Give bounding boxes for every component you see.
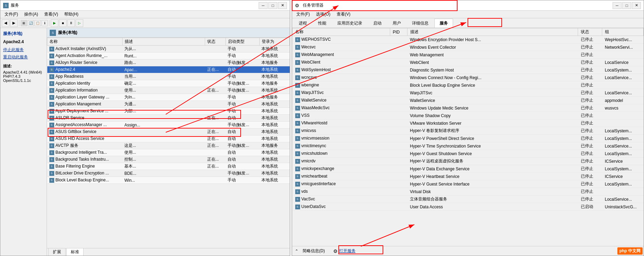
tm-tab-details[interactable]: 详细信息 [407,19,434,28]
table-row[interactable]: SWebManagement Web Management 已停止 [292,51,644,59]
toolbar-stop[interactable]: ■ [59,19,67,27]
table-row[interactable]: SApache2.4 Apac... 正在... 自动 本地系统 [47,66,290,73]
menu-action[interactable]: 操作(A) [21,11,41,18]
toolbar-start[interactable]: ▶ [51,19,58,27]
toolbar-btn-2[interactable]: 🔄 [28,20,34,26]
table-row[interactable]: Svmickvpexchange Hyper-V Data Exchange S… [292,165,644,173]
table-row[interactable]: SASUS HID Access Service 正在... 自动 本地系统 [47,135,290,142]
col-header-starttype[interactable]: 启动类型 [225,38,259,46]
desc-title: 描述: [3,64,44,69]
tm-col-header-pid[interactable]: PID [390,28,407,36]
service-starttype-cell: 手动(触发... [225,122,259,129]
tm-menu-options[interactable]: 选项(O) [313,11,333,18]
table-row[interactable]: Svmicshutdown Hyper-V Guest Shutdown Ser… [292,150,644,158]
tm-col-header-desc[interactable]: 描述 [407,28,578,36]
minimize-button[interactable]: ─ [259,2,268,9]
table-row[interactable]: SAgent Activation Runtime_... Runt... 手动… [47,53,290,59]
table-row[interactable]: SApp Readiness 当用... 手动 本地系统 [47,73,290,80]
table-row[interactable]: SAssignedAccessManager ... Assign... 手动(… [47,122,290,129]
tm-close-button[interactable]: ✕ [632,2,641,9]
tm-service-group-cell [602,51,644,59]
tm-maximize-button[interactable]: □ [622,2,631,9]
table-row[interactable]: Svmicvmsession Hyper-V PowerShell Direct… [292,135,644,142]
table-row[interactable]: SAVCTP 服务 这是... 正在... 手动(触发... 本地服务 [47,142,290,149]
brief-info-label[interactable]: 简略信息(D) [302,248,325,254]
table-row[interactable]: SApplication Layer Gateway ... 为In... 手动… [47,94,290,101]
tm-tab-users[interactable]: 用户 [387,19,406,28]
tm-table-container[interactable]: 名称 PID 描述 状态 组 SWEPHOSTSVC Windows Encry… [292,28,644,246]
tm-menu-view[interactable]: 查看(V) [334,11,353,18]
back-button[interactable]: ◀ [2,19,9,27]
table-row[interactable]: SVMwareHostd VMware Workstation Server 已… [292,120,644,127]
tm-tab-performance[interactable]: 性能 [313,19,331,28]
tm-service-pid-cell [390,203,407,211]
col-header-name[interactable]: 名称 [47,38,123,46]
tab-expand[interactable]: 扩展 [48,248,66,256]
toolbar-restart[interactable]: ▷ [76,19,83,27]
tm-col-header-group[interactable]: 组 [602,28,644,36]
table-row[interactable]: Svmicheartbeat Hyper-V Heartbeat Service… [292,173,644,180]
tm-menu-file[interactable]: 文件(F) [294,11,313,18]
tm-tab-process[interactable]: 进程 [294,19,312,28]
table-row[interactable]: SWdiSystemHost Diagnostic System Host 已停… [292,66,644,74]
toolbar-btn-1[interactable]: ⊞ [21,20,27,26]
table-row[interactable]: SUserDataSvc User Data Access 已启动 Uninst… [292,203,644,211]
services-table-container[interactable]: 名称 描述 状态 启动类型 登录为 SActiveX Installer (Ax… [47,38,290,248]
service-name-cell: SBitLocker Drive Encryption ... [47,170,123,177]
table-row[interactable]: SAllJoyn Router Service 路由... 手动(触发... 本… [47,59,290,66]
stop-service-link[interactable]: 停止此服务 [3,47,44,53]
table-row[interactable]: Swcncsvc Windows Connect Now - Config Re… [292,74,644,82]
tm-minimize-button[interactable]: ─ [613,2,622,9]
table-row[interactable]: SAppX Deployment Service ... 为部... 手动 本地… [47,108,290,115]
tm-tab-startup[interactable]: 启动 [368,19,387,28]
restart-service-link[interactable]: 重启动此服务 [3,54,44,60]
open-service-btn[interactable]: ⚙ 打开服务 [333,248,356,254]
table-row[interactable]: SASUS GiftBox Service 正在... 自动 本地系统 [47,129,290,135]
tm-col-header-name[interactable]: 名称 [292,28,390,36]
col-header-logon[interactable]: 登录为 [259,38,289,46]
table-row[interactable]: SWaasMedicSvc Windows Update Medic Servi… [292,104,644,112]
table-row[interactable]: SWecsvc Windows Event Collector 已停止 Netw… [292,44,644,51]
table-row[interactable]: SWarpJITSvc WarpJITSvc 已停止 LocalService.… [292,89,644,97]
toolbar-pause[interactable]: ⏸ [67,19,75,27]
table-row[interactable]: SWEPHOSTSVC Windows Encryption Provider … [292,36,644,44]
table-row[interactable]: Svds Virtual Disk 已停止 [292,188,644,196]
table-row[interactable]: SWebClient WebClient 已停止 LocalService [292,59,644,66]
tm-tab-apphistory[interactable]: 应用历史记录 [332,19,367,28]
table-row[interactable]: SBackground Tasks Infrastru... 控制... 正在.… [47,156,290,163]
table-row[interactable]: Swbengine Block Level Backup Engine Serv… [292,82,644,89]
table-row[interactable]: Svmicvss Hyper-V 卷影复制请求程序 已停止 LocalSyste… [292,127,644,135]
brief-info-chevron[interactable]: ⌃ [295,249,298,254]
table-row[interactable]: SBlock Level Backup Engine... Win... 手动 … [47,177,290,184]
table-row[interactable]: Svmicguestinterface Hyper-V Guest Servic… [292,180,644,188]
table-row[interactable]: Svmicrdv Hyper-V 远程桌面虚拟化服务 已停止 ICService [292,158,644,165]
table-row[interactable]: SBase Filtering Engine 基本... 正在... 自动 本地… [47,163,290,170]
table-row[interactable]: SWalletService WalletService 已停止 appmode… [292,97,644,104]
col-header-desc[interactable]: 描述 [122,38,205,46]
maximize-button[interactable]: □ [268,2,277,9]
table-row[interactable]: SASLDR Service 正在... 自动 本地系统 [47,115,290,122]
tm-col-header-status[interactable]: 状态 [578,28,602,36]
forward-button[interactable]: ▶ [10,19,18,27]
menu-help[interactable]: 帮助(H) [61,11,81,18]
tm-tab-services[interactable]: 服务 [434,19,453,28]
close-button[interactable]: ✕ [278,2,287,9]
toolbar-btn-3[interactable]: 📋 [35,20,41,26]
col-header-status[interactable]: 状态 [205,38,226,46]
table-row[interactable]: SApplication Identity 确定... 手动(触发... 本地服… [47,80,290,87]
menu-view[interactable]: 查看(V) [41,11,61,18]
table-row[interactable]: SBackground Intelligent Tra... 使用... 自动 … [47,149,290,156]
menu-file[interactable]: 文件(F) [2,11,21,18]
table-row[interactable]: Svmictimesync Hyper-V Time Synchronizati… [292,142,644,150]
tab-standard[interactable]: 标准 [66,248,84,256]
services-main-content: 服务(本地) Apache2.4 停止此服务 重启动此服务 描述: Apache… [0,28,290,256]
table-row[interactable]: SBitLocker Drive Encryption ... BDE... 手… [47,170,290,177]
service-status-cell: 正在... [205,66,226,73]
toolbar-btn-4[interactable]: ℹ [41,20,48,26]
table-row[interactable]: SVacSvc 立体音频组合器服务 已停止 LocalService... [292,196,644,203]
table-row[interactable]: SVSS Volume Shadow Copy 已停止 [292,112,644,120]
table-row[interactable]: SActiveX Installer (AxInstSV) 为从... 手动 本… [47,46,290,53]
tm-service-status-cell: 已停止 [578,127,602,135]
table-row[interactable]: SApplication Management 为通... 手动 本地系统 [47,101,290,108]
table-row[interactable]: SApplication Information 使用... 正在... 手动(… [47,87,290,94]
